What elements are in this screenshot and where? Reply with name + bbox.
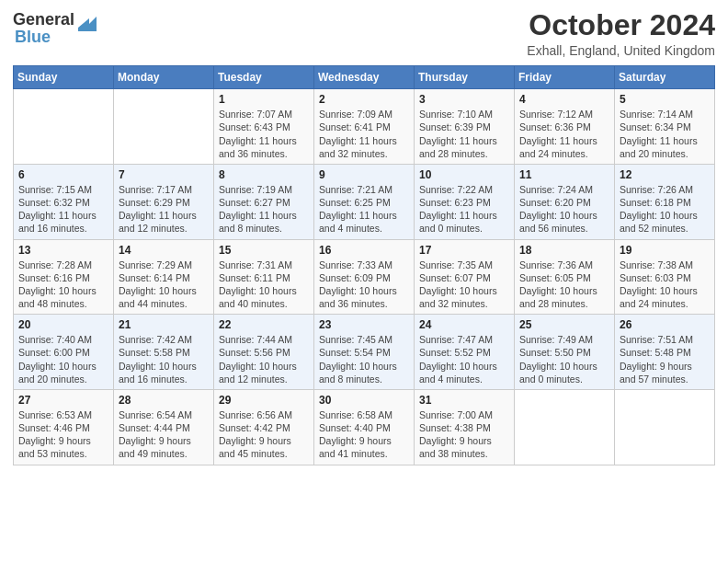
day-number: 5 — [620, 93, 710, 106]
cell-info: Sunrise: 7:07 AM Sunset: 6:43 PM Dayligh… — [219, 108, 309, 160]
day-number: 18 — [519, 244, 609, 257]
cell-info: Sunrise: 7:24 AM Sunset: 6:20 PM Dayligh… — [519, 183, 609, 236]
day-number: 17 — [419, 244, 509, 257]
cell-info: Sunrise: 7:21 AM Sunset: 6:25 PM Dayligh… — [319, 183, 409, 236]
day-cell: 9Sunrise: 7:21 AM Sunset: 6:25 PM Daylig… — [314, 164, 415, 239]
day-cell: 19Sunrise: 7:38 AM Sunset: 6:03 PM Dayli… — [615, 239, 715, 315]
day-cell: 22Sunrise: 7:44 AM Sunset: 5:56 PM Dayli… — [214, 315, 314, 390]
cell-info: Sunrise: 7:14 AM Sunset: 6:34 PM Dayligh… — [620, 108, 710, 160]
day-number: 25 — [519, 318, 609, 331]
location: Exhall, England, United Kingdom — [527, 43, 715, 58]
day-number: 26 — [620, 318, 710, 331]
cell-info: Sunrise: 7:49 AM Sunset: 5:50 PM Dayligh… — [519, 333, 609, 385]
day-cell — [515, 389, 615, 465]
day-cell — [114, 89, 214, 165]
cell-info: Sunrise: 7:28 AM Sunset: 6:16 PM Dayligh… — [18, 259, 108, 311]
day-cell: 27Sunrise: 6:53 AM Sunset: 4:46 PM Dayli… — [14, 389, 114, 465]
cell-info: Sunrise: 6:54 AM Sunset: 4:44 PM Dayligh… — [119, 408, 209, 461]
cell-info: Sunrise: 7:45 AM Sunset: 5:54 PM Dayligh… — [319, 333, 409, 385]
day-cell: 15Sunrise: 7:31 AM Sunset: 6:11 PM Dayli… — [214, 239, 314, 315]
cell-info: Sunrise: 7:36 AM Sunset: 6:05 PM Dayligh… — [519, 259, 609, 311]
cell-info: Sunrise: 7:35 AM Sunset: 6:07 PM Dayligh… — [419, 259, 509, 311]
day-number: 12 — [620, 168, 710, 181]
cell-info: Sunrise: 7:47 AM Sunset: 5:52 PM Dayligh… — [419, 333, 509, 385]
cell-info: Sunrise: 7:29 AM Sunset: 6:14 PM Dayligh… — [119, 259, 209, 311]
day-cell: 17Sunrise: 7:35 AM Sunset: 6:07 PM Dayli… — [415, 239, 515, 315]
day-number: 7 — [119, 168, 209, 181]
week-row-5: 27Sunrise: 6:53 AM Sunset: 4:46 PM Dayli… — [14, 389, 715, 465]
cell-info: Sunrise: 7:31 AM Sunset: 6:11 PM Dayligh… — [219, 259, 309, 311]
day-cell: 14Sunrise: 7:29 AM Sunset: 6:14 PM Dayli… — [114, 239, 214, 315]
day-number: 8 — [219, 168, 309, 181]
weekday-sunday: Sunday — [14, 66, 114, 89]
day-number: 19 — [620, 244, 710, 257]
day-cell: 3Sunrise: 7:10 AM Sunset: 6:39 PM Daylig… — [415, 89, 515, 165]
page: General Blue October 2024 Exhall, Englan… — [0, 0, 728, 563]
day-cell: 23Sunrise: 7:45 AM Sunset: 5:54 PM Dayli… — [314, 315, 415, 390]
day-number: 21 — [119, 318, 209, 331]
cell-info: Sunrise: 7:22 AM Sunset: 6:23 PM Dayligh… — [419, 183, 509, 236]
day-number: 15 — [219, 244, 309, 257]
cell-info: Sunrise: 7:44 AM Sunset: 5:56 PM Dayligh… — [219, 333, 309, 385]
day-cell: 8Sunrise: 7:19 AM Sunset: 6:27 PM Daylig… — [214, 164, 314, 239]
cell-info: Sunrise: 7:19 AM Sunset: 6:27 PM Dayligh… — [219, 183, 309, 236]
day-number: 1 — [219, 93, 309, 106]
weekday-monday: Monday — [114, 66, 214, 89]
day-number: 31 — [419, 394, 509, 407]
cell-info: Sunrise: 7:33 AM Sunset: 6:09 PM Dayligh… — [319, 259, 409, 311]
weekday-header-row: SundayMondayTuesdayWednesdayThursdayFrid… — [14, 66, 715, 89]
day-cell: 6Sunrise: 7:15 AM Sunset: 6:32 PM Daylig… — [14, 164, 114, 239]
day-cell: 28Sunrise: 6:54 AM Sunset: 4:44 PM Dayli… — [114, 389, 214, 465]
cell-info: Sunrise: 7:15 AM Sunset: 6:32 PM Dayligh… — [18, 183, 108, 236]
cell-info: Sunrise: 7:12 AM Sunset: 6:36 PM Dayligh… — [519, 108, 609, 160]
day-number: 20 — [18, 318, 108, 331]
day-number: 22 — [219, 318, 309, 331]
cell-info: Sunrise: 7:38 AM Sunset: 6:03 PM Dayligh… — [620, 259, 710, 311]
day-cell: 7Sunrise: 7:17 AM Sunset: 6:29 PM Daylig… — [114, 164, 214, 239]
day-cell: 1Sunrise: 7:07 AM Sunset: 6:43 PM Daylig… — [214, 89, 314, 165]
cell-info: Sunrise: 7:17 AM Sunset: 6:29 PM Dayligh… — [119, 183, 209, 236]
day-number: 6 — [18, 168, 108, 181]
day-number: 14 — [119, 244, 209, 257]
day-cell: 25Sunrise: 7:49 AM Sunset: 5:50 PM Dayli… — [515, 315, 615, 390]
day-cell — [615, 389, 715, 465]
month-title: October 2024 — [527, 9, 715, 41]
day-cell — [14, 89, 114, 165]
day-cell: 10Sunrise: 7:22 AM Sunset: 6:23 PM Dayli… — [415, 164, 515, 239]
day-number: 13 — [18, 244, 108, 257]
week-row-3: 13Sunrise: 7:28 AM Sunset: 6:16 PM Dayli… — [14, 239, 715, 315]
logo-text: General — [13, 11, 74, 29]
day-number: 28 — [119, 394, 209, 407]
day-number: 4 — [519, 93, 609, 106]
day-cell: 11Sunrise: 7:24 AM Sunset: 6:20 PM Dayli… — [515, 164, 615, 239]
day-cell: 2Sunrise: 7:09 AM Sunset: 6:41 PM Daylig… — [314, 89, 415, 165]
day-cell: 30Sunrise: 6:58 AM Sunset: 4:40 PM Dayli… — [314, 389, 415, 465]
cell-info: Sunrise: 7:09 AM Sunset: 6:41 PM Dayligh… — [319, 108, 409, 160]
day-number: 23 — [319, 318, 409, 331]
cell-info: Sunrise: 7:51 AM Sunset: 5:48 PM Dayligh… — [620, 333, 710, 385]
title-block: October 2024 Exhall, England, United Kin… — [527, 9, 715, 58]
weekday-saturday: Saturday — [615, 66, 715, 89]
day-cell: 21Sunrise: 7:42 AM Sunset: 5:58 PM Dayli… — [114, 315, 214, 390]
week-row-2: 6Sunrise: 7:15 AM Sunset: 6:32 PM Daylig… — [14, 164, 715, 239]
day-cell: 18Sunrise: 7:36 AM Sunset: 6:05 PM Dayli… — [515, 239, 615, 315]
day-cell: 20Sunrise: 7:40 AM Sunset: 6:00 PM Dayli… — [14, 315, 114, 390]
day-cell: 26Sunrise: 7:51 AM Sunset: 5:48 PM Dayli… — [615, 315, 715, 390]
weekday-thursday: Thursday — [415, 66, 515, 89]
logo: General Blue — [13, 9, 97, 47]
week-row-1: 1Sunrise: 7:07 AM Sunset: 6:43 PM Daylig… — [14, 89, 715, 165]
cell-info: Sunrise: 6:56 AM Sunset: 4:42 PM Dayligh… — [219, 408, 309, 461]
weekday-friday: Friday — [515, 66, 615, 89]
cell-info: Sunrise: 7:10 AM Sunset: 6:39 PM Dayligh… — [419, 108, 509, 160]
day-number: 11 — [519, 168, 609, 181]
day-number: 3 — [419, 93, 509, 106]
week-row-4: 20Sunrise: 7:40 AM Sunset: 6:00 PM Dayli… — [14, 315, 715, 390]
cell-info: Sunrise: 7:40 AM Sunset: 6:00 PM Dayligh… — [18, 333, 108, 385]
day-cell: 29Sunrise: 6:56 AM Sunset: 4:42 PM Dayli… — [214, 389, 314, 465]
day-cell: 24Sunrise: 7:47 AM Sunset: 5:52 PM Dayli… — [415, 315, 515, 390]
day-cell: 31Sunrise: 7:00 AM Sunset: 4:38 PM Dayli… — [415, 389, 515, 465]
day-cell: 16Sunrise: 7:33 AM Sunset: 6:09 PM Dayli… — [314, 239, 415, 315]
day-number: 24 — [419, 318, 509, 331]
day-cell: 13Sunrise: 7:28 AM Sunset: 6:16 PM Dayli… — [14, 239, 114, 315]
day-number: 16 — [319, 244, 409, 257]
